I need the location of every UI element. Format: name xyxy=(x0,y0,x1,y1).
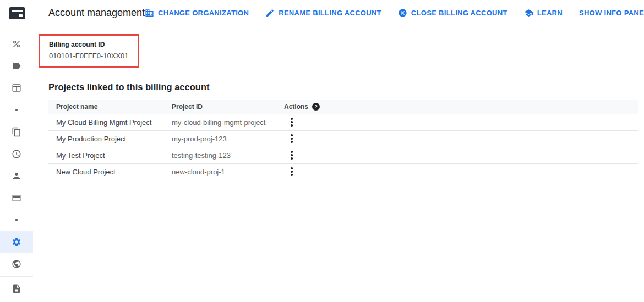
globe-icon xyxy=(12,259,21,269)
column-header-actions: Actions ? xyxy=(284,100,638,114)
nav-dot-icon xyxy=(15,219,18,221)
project-id-cell: my-prod-proj-123 xyxy=(172,130,284,147)
nav-dot-icon xyxy=(15,109,18,111)
sidebar-item-docs[interactable] xyxy=(0,278,33,300)
sidebar-item-labels[interactable] xyxy=(0,55,33,77)
organization-grid-icon xyxy=(145,8,154,18)
rename-billing-account-label: RENAME BILLING ACCOUNT xyxy=(279,9,381,17)
billing-card-logo[interactable] xyxy=(9,7,25,19)
column-header-project-id: Project ID xyxy=(172,100,284,114)
project-id-cell: my-cloud-billing-mgmt-project xyxy=(172,114,284,130)
projects-section-title: Projects linked to this billing account xyxy=(48,82,644,92)
sidebar-item-cost-table[interactable] xyxy=(0,77,33,99)
project-name-cell: My Test Project xyxy=(48,147,172,163)
billing-account-id-highlight: Billing account ID 010101-F0FFF0-10XX01 xyxy=(39,34,139,68)
left-nav-sidebar xyxy=(0,26,33,302)
close-billing-account-label: CLOSE BILLING ACCOUNT xyxy=(411,9,507,17)
billing-account-id-value: 010101-F0FFF0-10XX01 xyxy=(49,52,129,60)
actions-header-label: Actions xyxy=(284,103,308,111)
main-content: Billing account ID 010101-F0FFF0-10XX01 … xyxy=(33,26,644,302)
learn-label: LEARN xyxy=(537,9,563,17)
table-row: My Test Project testing-testing-123 xyxy=(48,147,638,163)
close-billing-account-button[interactable]: CLOSE BILLING ACCOUNT xyxy=(398,8,507,18)
learn-button[interactable]: LEARN xyxy=(524,8,563,18)
top-bar: Account management CHANGE ORGANIZATION R… xyxy=(0,0,644,26)
help-question-icon[interactable]: ? xyxy=(312,103,320,111)
settings-gear-icon xyxy=(12,237,21,247)
history-clock-icon xyxy=(12,149,21,159)
document-lines-icon xyxy=(12,284,21,294)
account-management-page: Account management CHANGE ORGANIZATION R… xyxy=(0,0,644,302)
page-title: Account management xyxy=(48,7,145,19)
column-header-project-name: Project name xyxy=(48,100,172,114)
table-row: New Cloud Project new-cloud-proj-1 xyxy=(48,163,638,180)
person-icon xyxy=(12,171,21,181)
vertical-three-dot-menu-icon[interactable] xyxy=(287,149,296,162)
change-organization-button[interactable]: CHANGE ORGANIZATION xyxy=(145,8,249,18)
sidebar-item-account-management[interactable] xyxy=(0,231,33,253)
logo-card-stripe xyxy=(12,10,23,12)
learn-school-icon xyxy=(524,8,533,18)
project-id-cell: new-cloud-proj-1 xyxy=(172,163,284,180)
sidebar-item-pricing[interactable] xyxy=(0,253,33,275)
percent-icon xyxy=(12,39,21,49)
vertical-three-dot-menu-icon[interactable] xyxy=(287,165,296,178)
documents-copy-icon xyxy=(12,127,21,137)
table-row: My Cloud Billing Mgmt Project my-cloud-b… xyxy=(48,114,638,130)
pencil-icon xyxy=(265,8,275,18)
sidebar-item-payment[interactable] xyxy=(0,187,33,209)
billing-account-id-label: Billing account ID xyxy=(49,41,129,48)
label-tag-icon xyxy=(12,61,21,71)
header-actions: CHANGE ORGANIZATION RENAME BILLING ACCOU… xyxy=(145,8,644,18)
sidebar-item-collapsed-dot-2[interactable] xyxy=(0,209,33,231)
sidebar-item-history[interactable] xyxy=(0,143,33,165)
project-id-cell: testing-testing-123 xyxy=(172,147,284,163)
sidebar-item-account[interactable] xyxy=(0,165,33,187)
sidebar-item-collapsed-dot[interactable] xyxy=(0,99,33,121)
change-organization-label: CHANGE ORGANIZATION xyxy=(158,9,249,17)
table-header-row: Project name Project ID Actions ? xyxy=(48,100,638,114)
linked-projects-table: Project name Project ID Actions ? My Clo… xyxy=(48,100,638,180)
close-circle-icon xyxy=(398,8,407,18)
project-name-cell: New Cloud Project xyxy=(48,163,172,180)
vertical-three-dot-menu-icon[interactable] xyxy=(287,132,296,145)
sidebar-divider xyxy=(0,276,33,277)
logo-card-chip xyxy=(19,14,23,17)
table-row: My Production Project my-prod-proj-123 xyxy=(48,130,638,147)
cost-table-icon xyxy=(12,83,21,93)
sidebar-item-discounts[interactable] xyxy=(0,33,33,55)
show-info-panel-label: SHOW INFO PANEL xyxy=(579,9,644,17)
project-name-cell: My Production Project xyxy=(48,130,172,147)
credit-card-icon xyxy=(12,193,21,203)
project-name-cell: My Cloud Billing Mgmt Project xyxy=(48,114,172,130)
vertical-three-dot-menu-icon[interactable] xyxy=(287,116,296,129)
rename-billing-account-button[interactable]: RENAME BILLING ACCOUNT xyxy=(265,8,381,18)
sidebar-item-documents[interactable] xyxy=(0,121,33,143)
show-info-panel-button[interactable]: SHOW INFO PANEL xyxy=(579,9,644,17)
